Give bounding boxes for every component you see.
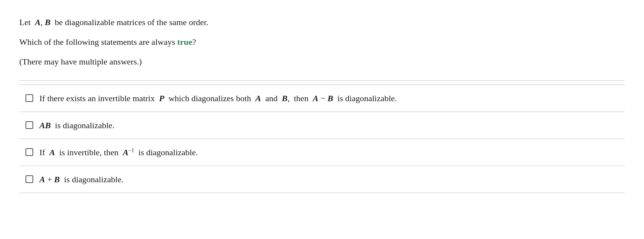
- checkbox-3[interactable]: [25, 148, 33, 156]
- option-text-1: If there exists an invertible matrix P w…: [39, 92, 397, 105]
- header-line1: Let A, B be diagonalizable matrices of t…: [19, 15, 625, 29]
- checkbox-1[interactable]: [25, 94, 33, 102]
- checkbox-4[interactable]: [25, 175, 33, 183]
- option-row-3: If A is invertible, then A−1 is diagonal…: [19, 139, 625, 166]
- header-line3: (There may have multiple answers.): [19, 55, 625, 68]
- option-text-2: AB is diagonalizable.: [39, 119, 114, 132]
- checkbox-2[interactable]: [25, 121, 33, 129]
- header-line2: Which of the following statements are al…: [19, 35, 625, 49]
- option-row-4: A + B is diagonalizable.: [19, 166, 625, 193]
- question-header: Let A, B be diagonalizable matrices of t…: [19, 15, 625, 69]
- matrix-A: A: [35, 17, 41, 27]
- option-text-3: If A is invertible, then A−1 is diagonal…: [39, 146, 198, 159]
- option-row-2: AB is diagonalizable.: [19, 112, 625, 139]
- matrix-B: B: [45, 17, 51, 27]
- top-divider: [19, 80, 625, 81]
- option-row-1: If there exists an invertible matrix P w…: [19, 85, 625, 112]
- true-word: true: [177, 37, 192, 47]
- options-container: If there exists an invertible matrix P w…: [19, 85, 625, 193]
- option-text-4: A + B is diagonalizable.: [39, 173, 124, 186]
